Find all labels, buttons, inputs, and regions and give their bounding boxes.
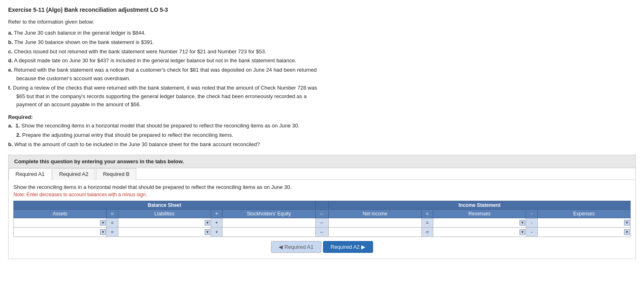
row2-netincome-cell: [329, 227, 421, 237]
required-label: Required:: [8, 114, 636, 120]
row1-equity-input[interactable]: [223, 218, 315, 227]
row1-assets-input[interactable]: [14, 218, 106, 227]
item-c: c. Checks issued but not returned with t…: [8, 48, 636, 56]
row2-equity-input[interactable]: [223, 228, 315, 237]
op-minus-1: -: [526, 209, 538, 218]
table-row: ▼ = ▼ + ← =: [14, 218, 631, 227]
nav-buttons: ◀ Required A1 Required A2 ▶: [13, 241, 631, 256]
tab-description: Show the reconciling items in a horizont…: [13, 184, 631, 190]
row1-netincome-input[interactable]: [329, 218, 421, 227]
row2-liabilities-arrow[interactable]: ▼: [205, 229, 210, 235]
col-header-liabilities: Liabilities: [118, 209, 211, 218]
item-b: b. The June 30 balance shown on the bank…: [8, 38, 636, 47]
req-b: b. What is the amount of cash to be incl…: [8, 140, 636, 149]
tab-content-a1: Show the reconciling items in a horizont…: [9, 180, 635, 259]
item-e: e. Returned with the bank statement was …: [8, 66, 636, 83]
intro-text: Refer to the information given below:: [8, 19, 636, 25]
item-a: a. The June 30 cash balance in the gener…: [8, 29, 636, 37]
header-row-sub: Assets = Liabilities + Stockholders' Equ…: [14, 209, 631, 218]
row2-op-minus1: -: [526, 227, 538, 237]
row2-expenses-cell: ▼: [537, 227, 630, 237]
row2-netincome-input[interactable]: [329, 228, 421, 237]
tab-required-a1[interactable]: Required A1: [9, 168, 52, 180]
header-row-top: Balance Sheet Income Statement: [14, 201, 631, 209]
next-button[interactable]: Required A2 ▶: [323, 241, 373, 253]
col-header-expenses: Expenses: [537, 209, 630, 218]
row1-liabilities-cell: ▼: [118, 218, 211, 227]
row1-expenses-arrow[interactable]: ▼: [624, 220, 630, 226]
row1-expenses-cell: ▼: [537, 218, 630, 227]
page-title: Exercise 5-11 (Algo) Bank reconciliation…: [8, 7, 636, 13]
req-a2: 2. Prepare the adjusting journal entry t…: [16, 131, 636, 140]
row2-assets-arrow[interactable]: ▼: [100, 229, 106, 235]
row2-equity-cell: [223, 227, 315, 237]
op-arrow-1: ←: [315, 209, 329, 218]
row1-liabilities-input[interactable]: [118, 218, 211, 227]
row1-assets-cell: ▼: [14, 218, 107, 227]
income-statement-header: Income Statement: [329, 201, 631, 209]
row2-revenues-arrow[interactable]: ▼: [520, 229, 525, 235]
horizontal-model-table: Balance Sheet Income Statement Assets = …: [13, 201, 631, 237]
row2-op-eq1: =: [107, 227, 118, 237]
tab-required-b[interactable]: Required B: [96, 168, 136, 180]
row2-revenues-cell: ▼: [433, 227, 526, 237]
row2-assets-cell: ▼: [14, 227, 107, 237]
row1-assets-arrow[interactable]: ▼: [100, 220, 106, 226]
balance-sheet-header: Balance Sheet: [14, 201, 316, 209]
row1-revenues-input[interactable]: [433, 218, 526, 227]
row1-op-plus1: +: [211, 218, 223, 227]
tab-required-a2[interactable]: Required A2: [52, 168, 96, 180]
row1-op-arrow1: ←: [315, 218, 329, 227]
row2-liabilities-cell: ▼: [118, 227, 211, 237]
row2-op-arrow1: ←: [315, 227, 329, 237]
row1-op-eq2: =: [421, 218, 433, 227]
col-header-revenues: Revenues: [433, 209, 526, 218]
instruction-box: Complete this question by entering your …: [8, 155, 636, 168]
row1-expenses-input[interactable]: [538, 218, 630, 227]
row1-revenues-cell: ▼: [433, 218, 526, 227]
tab-note: Note: Enter decreases to account balance…: [13, 192, 631, 197]
op-plus-1: +: [211, 209, 223, 218]
row1-netincome-cell: [329, 218, 421, 227]
row2-revenues-input[interactable]: [433, 228, 526, 237]
table-row: ▼ = ▼ + ← =: [14, 227, 631, 237]
tabs-row: Required A1 Required A2 Required B: [9, 168, 635, 180]
op-eq-2: =: [421, 209, 433, 218]
row1-equity-cell: [223, 218, 315, 227]
col-header-equity: Stockholders' Equity: [223, 209, 315, 218]
col-header-net-income: Net income: [329, 209, 421, 218]
row2-op-eq2: =: [421, 227, 433, 237]
req-a1: a. 1. Show the reconciling items in a ho…: [8, 122, 636, 130]
row2-liabilities-input[interactable]: [118, 228, 211, 237]
col-header-assets: Assets: [14, 209, 107, 218]
row1-liabilities-arrow[interactable]: ▼: [205, 220, 210, 226]
row2-expenses-arrow[interactable]: ▼: [624, 229, 630, 235]
item-f: f. During a review of the checks that we…: [8, 84, 636, 109]
item-d: d. A deposit made late on June 30 for $4…: [8, 57, 636, 65]
row2-assets-input[interactable]: [14, 228, 106, 237]
row1-op-eq1: =: [107, 218, 118, 227]
op-eq-1: =: [107, 209, 118, 218]
row1-revenues-arrow[interactable]: ▼: [520, 220, 525, 226]
tabs-container: Required A1 Required A2 Required B Show …: [8, 168, 636, 259]
row1-op-minus1: -: [526, 218, 538, 227]
row2-expenses-input[interactable]: [538, 228, 630, 237]
row2-op-plus1: +: [211, 227, 223, 237]
prev-button[interactable]: ◀ Required A1: [271, 241, 321, 253]
